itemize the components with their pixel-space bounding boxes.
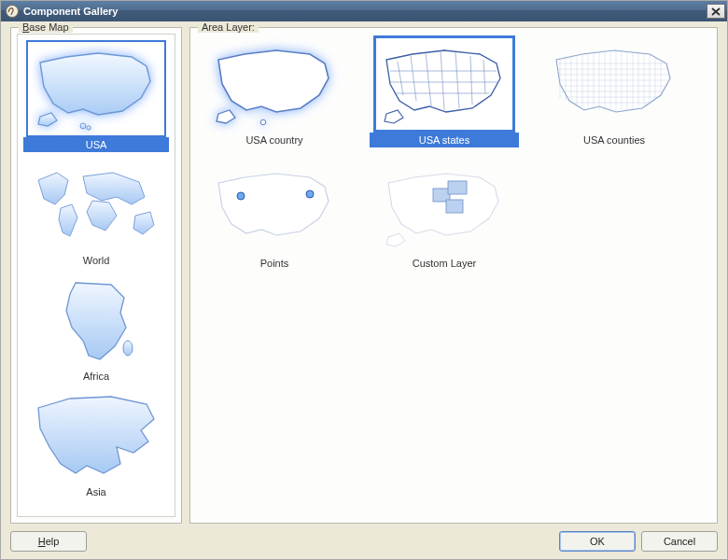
base-map-caption: Asia	[23, 484, 169, 499]
base-map-caption: Africa	[23, 369, 169, 384]
asia-map-icon	[31, 391, 161, 481]
component-gallery-dialog: Component Gallery Base Map	[0, 0, 728, 560]
usa-map-icon	[31, 44, 161, 133]
area-item-usa-states[interactable]: USA states	[370, 35, 519, 147]
area-thumb-custom-layer	[373, 159, 515, 256]
area-layer-label: Area Layer:	[198, 21, 259, 33]
svg-rect-8	[448, 181, 467, 194]
area-layer-panel: Area Layer: USA country	[189, 27, 718, 524]
app-icon	[5, 4, 20, 19]
custom-layer-icon	[379, 162, 510, 252]
main-area: Base Map	[10, 27, 718, 524]
area-item-custom-layer[interactable]: Custom Layer	[370, 159, 519, 271]
svg-point-0	[7, 6, 19, 18]
base-map-caption: World	[23, 253, 169, 268]
area-item-points[interactable]: Points	[200, 159, 349, 271]
area-item-usa-counties[interactable]: USA counties	[539, 35, 689, 147]
area-thumb-points	[203, 159, 345, 256]
svg-point-3	[123, 341, 133, 356]
base-map-list[interactable]: USA	[17, 34, 175, 517]
svg-point-6	[306, 190, 314, 198]
area-item-usa-country[interactable]: USA country	[200, 35, 349, 147]
window-title: Component Gallery	[23, 6, 707, 17]
area-layer-grid: USA country	[196, 34, 711, 273]
usa-country-icon	[209, 39, 340, 129]
area-caption: USA counties	[539, 133, 689, 147]
base-map-caption: USA	[23, 137, 169, 152]
area-caption: USA country	[200, 133, 349, 147]
area-caption: Points	[200, 256, 349, 271]
usa-counties-icon	[549, 39, 679, 129]
button-bar: Help OK Cancel	[10, 524, 718, 552]
titlebar: Component Gallery	[1, 1, 727, 21]
area-caption: Custom Layer	[370, 256, 519, 271]
svg-point-5	[237, 192, 245, 200]
area-thumb-usa-counties	[543, 35, 685, 133]
area-thumb-usa-states	[373, 35, 515, 133]
base-map-panel: Base Map	[10, 27, 182, 524]
svg-point-1	[80, 123, 86, 129]
help-label: elp	[46, 536, 60, 547]
base-map-thumb-world	[26, 156, 166, 253]
base-map-label: Base Map	[19, 21, 73, 33]
cancel-button[interactable]: Cancel	[641, 531, 718, 552]
base-map-item-africa[interactable]: Africa	[21, 270, 171, 384]
close-button[interactable]	[707, 4, 725, 19]
base-map-item-usa[interactable]: USA	[21, 38, 171, 152]
points-icon	[209, 162, 340, 252]
base-map-thumb-africa	[26, 272, 166, 369]
content-area: Base Map	[1, 21, 727, 559]
svg-rect-9	[446, 200, 463, 213]
base-map-item-world[interactable]: World	[21, 154, 171, 268]
usa-states-icon	[379, 39, 510, 129]
base-map-thumb-usa	[26, 40, 166, 137]
ok-button[interactable]: OK	[559, 531, 636, 552]
area-caption: USA states	[370, 133, 519, 147]
help-button[interactable]: Help	[10, 531, 87, 552]
area-thumb-usa-country	[203, 35, 345, 133]
world-map-icon	[31, 160, 161, 249]
base-map-item-asia[interactable]: Asia	[21, 385, 171, 499]
svg-point-2	[87, 126, 91, 130]
svg-point-4	[260, 119, 266, 125]
base-map-thumb-asia	[26, 387, 166, 484]
africa-map-icon	[31, 275, 161, 365]
